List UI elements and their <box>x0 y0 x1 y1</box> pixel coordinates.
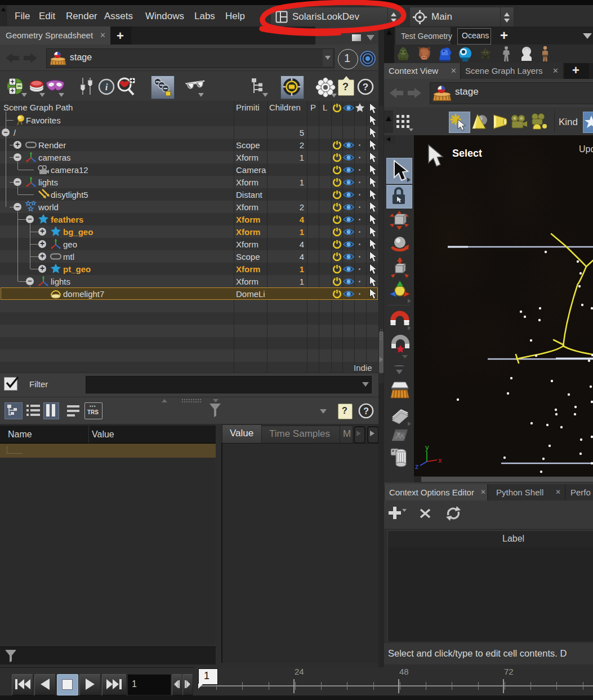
svg-text:?: ? <box>363 406 369 416</box>
svg-text:+: + <box>10 87 14 95</box>
svg-text:y: y <box>425 443 429 451</box>
svg-text:?: ? <box>363 82 368 92</box>
svg-text:x: x <box>438 456 442 464</box>
svg-text:−: − <box>17 82 21 90</box>
svg-text:+: + <box>10 78 14 86</box>
svg-text:i: i <box>105 82 108 92</box>
svg-text:z: z <box>415 462 419 471</box>
